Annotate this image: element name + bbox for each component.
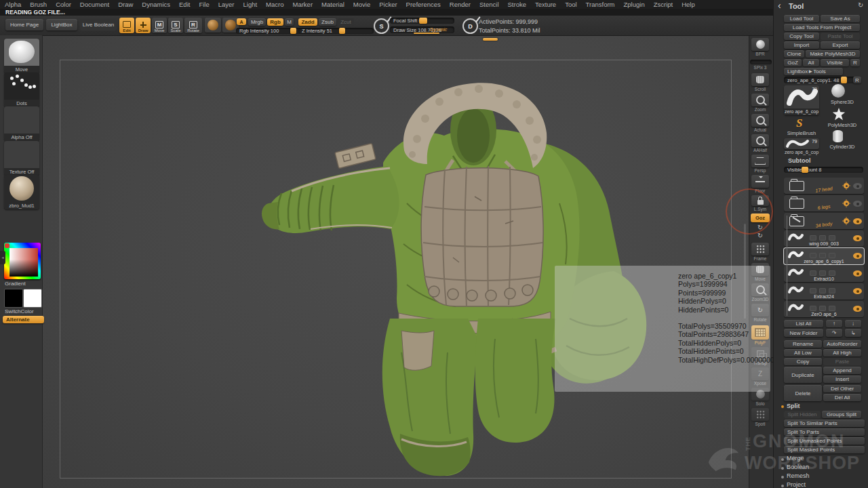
scale-button[interactable]: S Scale — [168, 18, 183, 33]
main-color-swatch[interactable] — [4, 289, 23, 308]
a-toggle-button[interactable]: A — [237, 18, 246, 25]
actual-button[interactable] — [751, 114, 769, 127]
tray-collapse-handle[interactable]: ◄ — [0, 251, 5, 264]
spix-slider[interactable] — [750, 60, 772, 64]
menu-picker[interactable]: Picker — [379, 1, 397, 8]
delete-button[interactable]: Delete — [784, 385, 822, 401]
subtool-down-button[interactable]: ↓ — [845, 320, 861, 327]
brush-toggle-icon[interactable] — [829, 270, 835, 276]
focal-shift-thumb[interactable] — [419, 18, 427, 24]
menu-draw[interactable]: Draw — [118, 1, 133, 8]
del-other-button[interactable]: Del Other — [823, 385, 861, 392]
simplebrush-tool[interactable]: S — [796, 117, 802, 130]
paint-toggle-icon[interactable] — [810, 306, 816, 311]
menu-color[interactable]: Color — [56, 1, 71, 8]
subtool-up-button[interactable]: ↑ — [826, 320, 842, 327]
persp-button[interactable] — [751, 155, 769, 167]
subtool-row[interactable]: ZerO ape_6 — [784, 301, 864, 317]
duplicate-button[interactable]: Duplicate — [784, 367, 822, 383]
eye-icon[interactable] — [853, 270, 862, 277]
eye-icon[interactable] — [853, 306, 862, 312]
menu-file[interactable]: File — [199, 1, 209, 8]
brush-toggle-icon[interactable] — [829, 253, 835, 258]
clone-button[interactable]: Clone — [784, 50, 804, 58]
move-into-folder-button[interactable]: ↳ — [845, 329, 861, 337]
split-to-parts-button[interactable]: Split To Parts — [784, 428, 865, 436]
live-boolean-button[interactable]: Live Boolean — [80, 19, 117, 30]
material-thumbnail-1[interactable] — [205, 18, 221, 33]
sculpt-toggle-icon[interactable] — [819, 253, 826, 258]
local-symmetry-button[interactable] — [751, 195, 769, 206]
redo-icon[interactable]: ↻ — [755, 232, 765, 240]
all-high-button[interactable]: All High — [823, 349, 861, 357]
subtool-row[interactable]: wing 009_003 — [784, 230, 864, 247]
menu-movie[interactable]: Movie — [353, 1, 370, 8]
eye-icon[interactable] — [853, 201, 862, 207]
recent-tool-thumbnail[interactable]: 79 — [784, 138, 819, 149]
menu-dynamics[interactable]: Dynamics — [142, 1, 170, 8]
all-low-button[interactable]: All Low — [784, 349, 822, 357]
shelf-divider-handle[interactable] — [483, 38, 498, 41]
brush-toggle-icon[interactable] — [829, 235, 835, 241]
zsub-button[interactable]: Zsub — [319, 18, 336, 26]
split-hidden-button[interactable]: Split Hidden — [784, 411, 821, 418]
menu-zscript[interactable]: Zscript — [654, 1, 673, 8]
visible-count-thumb[interactable] — [802, 167, 808, 173]
rgb-intensity-thumb[interactable] — [290, 28, 296, 34]
undo-icon[interactable]: ↻ — [755, 224, 765, 232]
menu-zplugin[interactable]: Zplugin — [624, 1, 645, 8]
current-stroke-button[interactable]: Dots — [4, 73, 39, 107]
split-to-similar-parts-button[interactable]: Split To Similar Parts — [784, 420, 865, 427]
remesh-section-title[interactable]: Remesh — [787, 472, 810, 479]
move-out-folder-button[interactable]: ↷ — [826, 329, 842, 337]
load-tools-from-project-button[interactable]: Load Tools From Project — [784, 24, 860, 31]
bpr-button[interactable] — [751, 38, 769, 51]
menu-stencil[interactable]: Stencil — [479, 1, 499, 8]
subtool-folder-row[interactable]: 34 body — [784, 213, 864, 229]
active-tool-slider-thumb[interactable] — [841, 77, 847, 83]
lightbox-button[interactable]: LightBox — [46, 19, 77, 30]
current-brush-button[interactable]: Move — [4, 39, 39, 73]
insert-button[interactable]: Insert — [823, 375, 861, 383]
list-all-button[interactable]: List All — [784, 320, 823, 327]
sphere3d-tool[interactable] — [831, 84, 845, 98]
menu-preferences[interactable]: Preferences — [406, 1, 441, 8]
brush-toggle-icon[interactable] — [829, 306, 835, 311]
subtool-folder-row[interactable]: 6 legs — [784, 195, 864, 211]
sculpt-toggle-icon[interactable] — [819, 270, 826, 276]
menu-help[interactable]: Help — [682, 1, 695, 8]
brush-toggle-icon[interactable] — [829, 288, 835, 293]
current-alpha-button[interactable]: Alpha Off — [4, 106, 39, 141]
boolean-section-title[interactable]: Boolean — [787, 464, 809, 470]
menu-material[interactable]: Material — [321, 1, 344, 8]
secondary-color-swatch[interactable] — [23, 289, 42, 308]
del-all-button[interactable]: Del All — [823, 394, 861, 401]
gear-icon[interactable] — [844, 201, 849, 206]
split-masked-points-button[interactable]: Split Masked Points — [784, 446, 865, 453]
paint-toggle-icon[interactable] — [810, 288, 816, 293]
gear-icon[interactable] — [844, 183, 849, 188]
color-picker-inner[interactable] — [9, 248, 38, 277]
zoom-button[interactable] — [751, 94, 769, 106]
goz-shelf-button[interactable]: Goz — [751, 214, 770, 222]
draw-button[interactable]: Draw — [136, 18, 151, 33]
color-picker[interactable] — [4, 243, 41, 279]
subtool-folder-row[interactable]: 17 head — [784, 178, 864, 194]
export-button[interactable]: Export — [821, 41, 860, 49]
copy-subtool-button[interactable]: Copy — [784, 358, 822, 365]
home-page-button[interactable]: Home Page — [5, 19, 43, 30]
goz-button[interactable]: GoZ — [784, 59, 802, 66]
import-button[interactable]: Import — [784, 41, 819, 49]
rgb-button[interactable]: Rgb — [267, 18, 283, 26]
sculpt-toggle-icon[interactable] — [819, 306, 826, 311]
groups-split-button[interactable]: Groups Split — [822, 411, 861, 418]
paste-subtool-button[interactable]: Paste — [823, 358, 861, 365]
new-folder-button[interactable]: New Folder — [784, 329, 823, 337]
active-tool-thumbnail[interactable]: 79 zero ape_6_cop — [784, 85, 819, 115]
z-intensity-slider[interactable]: Z Intensity 51 — [298, 28, 374, 34]
eye-icon[interactable] — [853, 218, 862, 224]
menu-render[interactable]: Render — [450, 1, 471, 8]
m-button[interactable]: M — [285, 18, 294, 26]
menu-edit[interactable]: Edit — [179, 1, 190, 8]
alternate-button[interactable]: Alternate — [3, 316, 44, 323]
